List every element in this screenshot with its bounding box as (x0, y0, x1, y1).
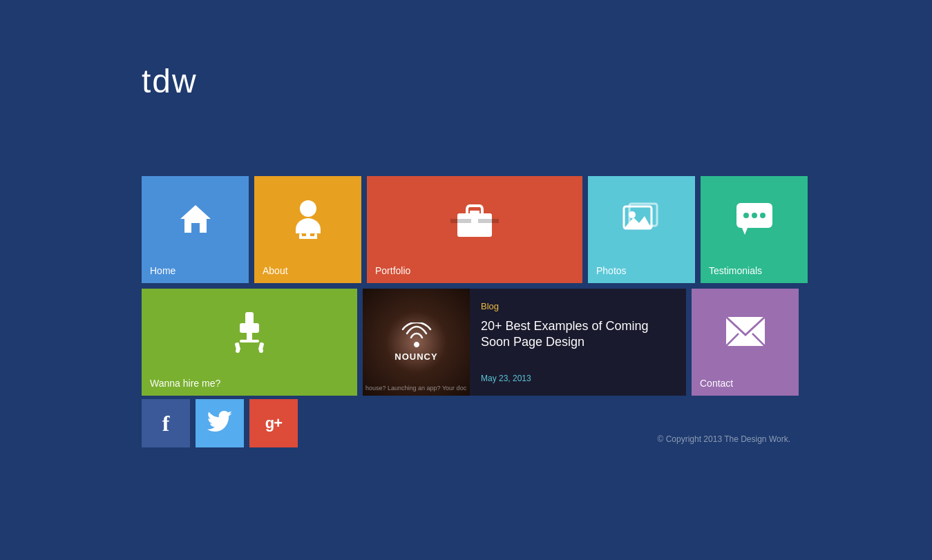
svg-rect-4 (299, 233, 302, 239)
site-logo: tdw (142, 62, 198, 100)
tile-contact-label: Contact (700, 378, 733, 389)
tile-hire-label: Wanna hire me? (150, 378, 220, 389)
svg-rect-6 (457, 213, 492, 237)
twitter-icon (207, 411, 232, 436)
tile-blog[interactable]: NOUNCY house? Launching an app? Your doc… (363, 289, 686, 396)
tile-about-label: About (263, 265, 288, 276)
svg-rect-27 (248, 319, 251, 323)
photos-icon (622, 202, 661, 238)
social-row: f g+ (142, 399, 298, 447)
tile-photos[interactable]: Photos (588, 176, 695, 283)
home-icon (178, 201, 213, 240)
svg-rect-5 (314, 233, 317, 239)
tile-testimonials-label: Testimonials (709, 265, 762, 276)
tile-photos-label: Photos (596, 265, 627, 276)
svg-point-16 (743, 213, 749, 218)
tile-grid: Home About (142, 176, 808, 396)
tile-testimonials[interactable]: Testimonials (701, 176, 808, 283)
logo-text: tdw (142, 63, 198, 99)
blog-title: 20+ Best Examples of Coming Soon Page De… (481, 318, 675, 351)
blog-thumbnail: NOUNCY house? Launching an app? Your doc (363, 289, 470, 396)
svg-point-26 (259, 349, 263, 353)
briefcase-icon (450, 198, 499, 242)
twitter-button[interactable] (196, 399, 244, 447)
tile-contact[interactable]: Contact (692, 289, 799, 396)
blog-brand: NOUNCY (394, 351, 437, 362)
tile-row-2: Wanna hire me? NOUNCY house? Launching a… (142, 289, 808, 396)
googleplus-icon: g+ (265, 414, 282, 432)
tile-home[interactable]: Home (142, 176, 249, 283)
blog-caption: house? Launching an app? Your doc (365, 385, 467, 392)
tile-about[interactable]: About (254, 176, 361, 283)
facebook-button[interactable]: f (142, 399, 190, 447)
copyright-text: © Copyright 2013 The Design Work. (658, 434, 791, 444)
tile-portfolio-label: Portfolio (375, 265, 410, 276)
envelope-icon (725, 316, 766, 350)
blog-thumbnail-inner: NOUNCY (363, 289, 470, 396)
chair-icon (229, 309, 270, 356)
blog-date: May 23, 2013 (481, 374, 675, 383)
svg-point-18 (760, 213, 765, 218)
facebook-icon: f (162, 411, 170, 436)
svg-marker-0 (180, 205, 211, 233)
svg-rect-20 (240, 323, 259, 333)
svg-rect-7 (470, 211, 479, 215)
blog-category: Blog (481, 301, 675, 311)
googleplus-button[interactable]: g+ (249, 399, 298, 447)
svg-point-25 (236, 349, 240, 353)
tile-hire[interactable]: Wanna hire me? (142, 289, 357, 396)
svg-rect-9 (471, 218, 478, 224)
tile-home-label: Home (150, 265, 175, 276)
svg-point-17 (752, 213, 757, 218)
svg-marker-15 (742, 228, 748, 235)
chat-icon (735, 202, 774, 239)
tile-portfolio[interactable]: Portfolio (367, 176, 582, 283)
blog-content: Blog 20+ Best Examples of Coming Soon Pa… (470, 289, 686, 396)
tile-row-1: Home About (142, 176, 808, 283)
svg-rect-3 (301, 236, 315, 239)
svg-rect-22 (240, 340, 259, 342)
svg-point-1 (300, 200, 316, 217)
person-icon (290, 199, 326, 242)
